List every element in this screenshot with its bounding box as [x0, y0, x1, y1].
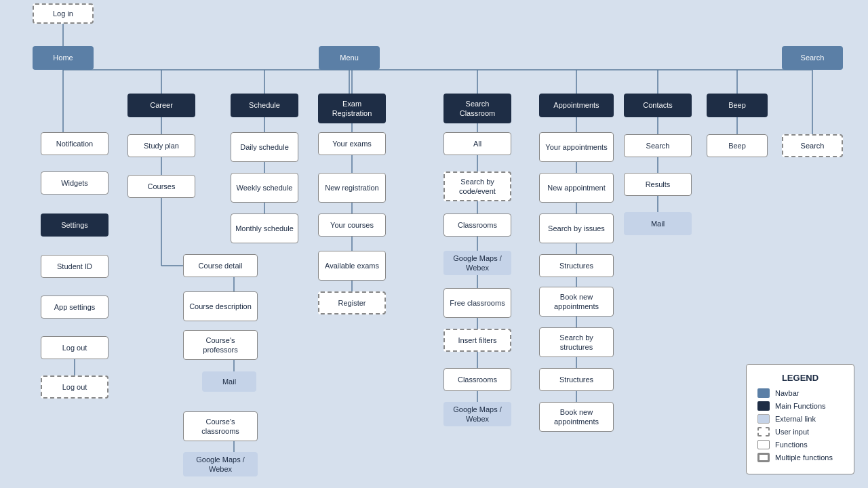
- node-daily: Daily schedule: [231, 132, 298, 162]
- node-logout2: Log out: [41, 375, 108, 399]
- node-exam_reg: Exam Registration: [318, 94, 386, 123]
- node-search_top: Search: [782, 46, 843, 70]
- node-courses: Courses: [127, 175, 195, 198]
- legend-swatch-navbar: [757, 388, 770, 398]
- node-gmaps_career: Google Maps / Webex: [183, 452, 258, 476]
- node-register: Register: [318, 291, 386, 314]
- node-course_desc: Course description: [183, 291, 258, 321]
- node-your_exams: Your exams: [318, 132, 386, 155]
- node-course_detail: Course detail: [183, 254, 258, 277]
- node-search_right: Search: [782, 134, 843, 157]
- legend-swatch-external: [757, 414, 770, 424]
- legend-label-multiple: Multiple functions: [775, 453, 833, 462]
- legend-label-function: Functions: [775, 441, 808, 449]
- node-notification: Notification: [41, 132, 108, 155]
- node-gmaps1: Google Maps / Webex: [443, 251, 511, 275]
- node-appointments: Appointments: [539, 94, 614, 117]
- node-all: All: [443, 132, 511, 155]
- node-book_new1: Book new appointments: [539, 287, 614, 317]
- node-structures2: Structures: [539, 368, 614, 391]
- node-beep_func: Beep: [707, 134, 768, 157]
- node-monthly: Monthly schedule: [231, 214, 298, 243]
- legend-label-navbar: Navbar: [775, 389, 799, 397]
- node-your_courses: Your courses: [318, 214, 386, 237]
- node-schedule: Schedule: [231, 94, 298, 117]
- node-student_id: Student ID: [41, 255, 108, 278]
- node-search_issues: Search by issues: [539, 214, 614, 243]
- legend-item-userinput: User input: [757, 427, 843, 436]
- node-menu: Menu: [319, 46, 380, 70]
- node-home: Home: [33, 46, 94, 70]
- legend-item-main: Main Functions: [757, 401, 843, 411]
- node-contacts_search: Search: [624, 134, 692, 157]
- node-settings: Settings: [41, 214, 108, 237]
- legend-item-navbar: Navbar: [757, 388, 843, 398]
- node-classrooms1: Classrooms: [443, 214, 511, 237]
- node-new_reg: New registration: [318, 173, 386, 203]
- node-course_prof: Course's professors: [183, 330, 258, 360]
- node-widgets: Widgets: [41, 171, 108, 195]
- node-mail_contacts: Mail: [624, 212, 692, 235]
- node-logout1: Log out: [41, 336, 108, 359]
- node-insert_filters: Insert filters: [443, 329, 511, 352]
- legend-swatch-function: [757, 440, 770, 449]
- node-classrooms2: Classrooms: [443, 368, 511, 391]
- legend-swatch-userinput: [757, 427, 770, 436]
- legend: LEGEND Navbar Main Functions External li…: [746, 364, 854, 474]
- legend-label-userinput: User input: [775, 428, 809, 436]
- node-book_new2: Book new appointments: [539, 402, 614, 432]
- node-study_plan: Study plan: [127, 134, 195, 157]
- node-new_appt: New appointment: [539, 173, 614, 203]
- legend-item-function: Functions: [757, 440, 843, 449]
- node-your_appt: Your appointments: [539, 132, 614, 162]
- node-course_class: Course's classrooms: [183, 411, 258, 441]
- legend-label-external: External link: [775, 415, 816, 423]
- legend-swatch-main: [757, 401, 770, 411]
- node-free_class: Free classrooms: [443, 288, 511, 318]
- legend-label-main: Main Functions: [775, 402, 826, 410]
- legend-swatch-multiple: [757, 453, 770, 462]
- node-mail_career: Mail: [202, 371, 256, 392]
- node-gmaps2: Google Maps / Webex: [443, 402, 511, 426]
- diagram: Log inHomeMenuSearchNotificationWidgetsS…: [0, 0, 868, 488]
- node-weekly: Weekly schedule: [231, 173, 298, 203]
- node-search_class: Search Classroom: [443, 94, 511, 123]
- node-career: Career: [127, 94, 195, 117]
- legend-item-external: External link: [757, 414, 843, 424]
- node-avail_exams: Available exams: [318, 251, 386, 281]
- legend-item-multiple: Multiple functions: [757, 453, 843, 462]
- node-structures1: Structures: [539, 254, 614, 277]
- node-search_code: Search by code/event: [443, 171, 511, 201]
- node-search_struct: Search by structures: [539, 327, 614, 357]
- node-beep: Beep: [707, 94, 768, 117]
- node-login: Log in: [33, 3, 94, 24]
- node-contacts_results: Results: [624, 173, 692, 196]
- connector-lines: [0, 0, 868, 488]
- node-contacts: Contacts: [624, 94, 692, 117]
- node-app_settings: App settings: [41, 296, 108, 319]
- legend-title: LEGEND: [757, 373, 843, 383]
